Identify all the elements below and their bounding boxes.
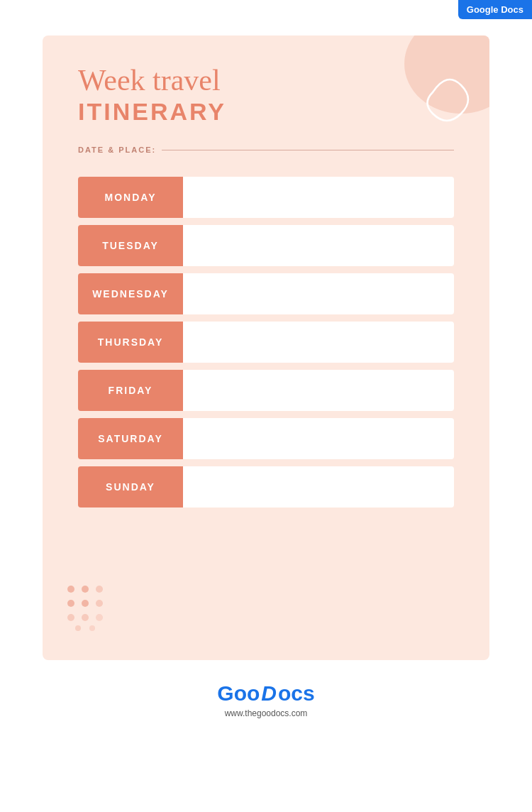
dots-decoration: [64, 582, 121, 639]
title-section: Week travel ITINERARY: [78, 64, 454, 126]
day-content-tuesday[interactable]: [183, 225, 454, 266]
day-content-saturday[interactable]: [183, 418, 454, 459]
day-content-sunday[interactable]: [183, 466, 454, 508]
day-label-saturday: SATURDAY: [78, 418, 183, 459]
svg-point-8: [82, 614, 89, 621]
day-label-thursday: THURSDAY: [78, 322, 183, 363]
svg-point-1: [67, 586, 74, 593]
day-row: TUESDAY: [78, 225, 454, 266]
footer-section: Goo D ocs www.thegoodocs.com: [0, 681, 532, 718]
day-row: MONDAY: [78, 177, 454, 218]
day-label-monday: MONDAY: [78, 177, 183, 218]
title-script: Week travel: [78, 64, 454, 97]
svg-point-10: [75, 625, 81, 631]
day-row: FRIDAY: [78, 370, 454, 411]
day-content-monday[interactable]: [183, 177, 454, 218]
logo-goo: Goo: [217, 681, 260, 706]
svg-point-11: [89, 625, 95, 631]
page-wrapper: Google Docs Week travel ITINERARY DATE &…: [0, 0, 532, 718]
day-row: SATURDAY: [78, 418, 454, 459]
date-place-section: DATE & PLACE:: [78, 146, 454, 154]
date-place-line: [162, 150, 454, 150]
day-label-wednesday: WEDNESDAY: [78, 273, 183, 314]
svg-point-9: [96, 614, 103, 621]
day-label-friday: FRIDAY: [78, 370, 183, 411]
day-content-friday[interactable]: [183, 370, 454, 411]
footer-url: www.thegoodocs.com: [225, 708, 308, 718]
svg-point-3: [67, 600, 74, 607]
day-label-tuesday: TUESDAY: [78, 225, 183, 266]
svg-point-4: [82, 600, 89, 607]
svg-point-7: [67, 614, 74, 621]
days-table: MONDAY TUESDAY WEDNESDAY THURSDAY FRIDAY…: [78, 170, 454, 515]
day-content-wednesday[interactable]: [183, 273, 454, 314]
date-place-label: DATE & PLACE:: [78, 146, 156, 154]
document-card: Week travel ITINERARY DATE & PLACE: MOND…: [43, 35, 489, 660]
google-docs-badge: Google Docs: [458, 0, 532, 19]
day-row: SUNDAY: [78, 466, 454, 508]
day-label-sunday: SUNDAY: [78, 466, 183, 508]
logo-d: D: [261, 681, 277, 706]
goodocs-logo: Goo D ocs: [217, 681, 314, 706]
day-row: THURSDAY: [78, 322, 454, 363]
title-bold: ITINERARY: [78, 98, 454, 126]
logo-ocs: ocs: [278, 681, 315, 706]
svg-point-2: [82, 586, 89, 593]
svg-point-6: [96, 600, 103, 607]
svg-point-5: [96, 586, 103, 593]
day-row: WEDNESDAY: [78, 273, 454, 314]
day-content-thursday[interactable]: [183, 322, 454, 363]
